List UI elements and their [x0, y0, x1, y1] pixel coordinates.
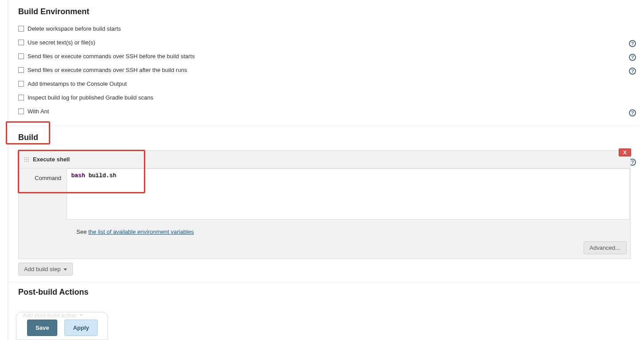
env-option-with-ant-checkbox[interactable]	[18, 108, 24, 114]
help-icon[interactable]: ?	[629, 54, 636, 61]
env-options-list: Delete workspace before build starts Use…	[8, 19, 640, 123]
build-step-title: Execute shell	[33, 156, 70, 163]
svg-text:?: ?	[631, 68, 634, 74]
drag-handle-icon[interactable]	[24, 157, 29, 162]
env-option-timestamps-checkbox[interactable]	[18, 81, 24, 87]
advanced-button[interactable]: Advanced...	[584, 241, 627, 254]
env-vars-link[interactable]: the list of available environment variab…	[88, 228, 194, 235]
env-option-label: Delete workspace before build starts	[28, 25, 121, 32]
add-build-step-button[interactable]: Add build step	[18, 263, 73, 276]
command-textarea[interactable]	[67, 168, 630, 220]
bottom-action-bar: Save Apply	[16, 312, 108, 340]
svg-text:?: ?	[631, 55, 634, 60]
env-option-row: Send files or execute commands over SSH …	[18, 49, 640, 63]
env-option-ssh-before-checkbox[interactable]	[18, 53, 24, 59]
env-option-row: Delete workspace before build starts	[18, 22, 640, 36]
env-option-row: Add timestamps to the Console Output	[18, 77, 640, 91]
env-option-label: Inspect build log for published Gradle b…	[28, 94, 153, 101]
save-button[interactable]: Save	[27, 320, 57, 336]
command-help-text: See the list of available environment va…	[76, 228, 623, 235]
build-step-header[interactable]: Execute shell	[19, 151, 630, 168]
env-option-label: Add timestamps to the Console Output	[28, 80, 127, 87]
help-icon[interactable]: ?	[629, 109, 636, 116]
env-option-secret-text-checkbox[interactable]	[18, 40, 24, 45]
help-icon[interactable]: ?	[629, 68, 636, 75]
env-option-row: Use secret text(s) or file(s)	[18, 36, 640, 49]
section-build-environment-title: Build Environment	[8, 0, 640, 19]
svg-text:?: ?	[631, 110, 634, 116]
env-option-label: Send files or execute commands over SSH …	[28, 67, 187, 73]
section-post-build-title: Post-build Actions	[8, 282, 640, 300]
help-icon[interactable]: ?	[629, 40, 636, 47]
env-option-row: With Ant	[18, 104, 640, 118]
delete-build-step-button[interactable]: X	[619, 148, 631, 156]
env-option-delete-workspace-checkbox[interactable]	[18, 26, 24, 32]
svg-text:?: ?	[631, 41, 634, 46]
command-label: Command	[19, 168, 67, 221]
env-option-label: Send files or execute commands over SSH …	[28, 53, 195, 60]
env-option-label: With Ant	[28, 108, 49, 115]
apply-button[interactable]: Apply	[64, 320, 97, 336]
env-option-row: Send files or execute commands over SSH …	[18, 63, 640, 77]
env-option-label: Use secret text(s) or file(s)	[28, 39, 95, 46]
build-step-execute-shell: X Execute shell Command bash build.sh Se…	[18, 150, 631, 259]
env-option-ssh-after-checkbox[interactable]	[18, 67, 24, 73]
section-build-title: Build	[8, 126, 640, 145]
env-option-row: Inspect build log for published Gradle b…	[18, 91, 640, 104]
env-option-gradle-scan-checkbox[interactable]	[18, 95, 24, 100]
